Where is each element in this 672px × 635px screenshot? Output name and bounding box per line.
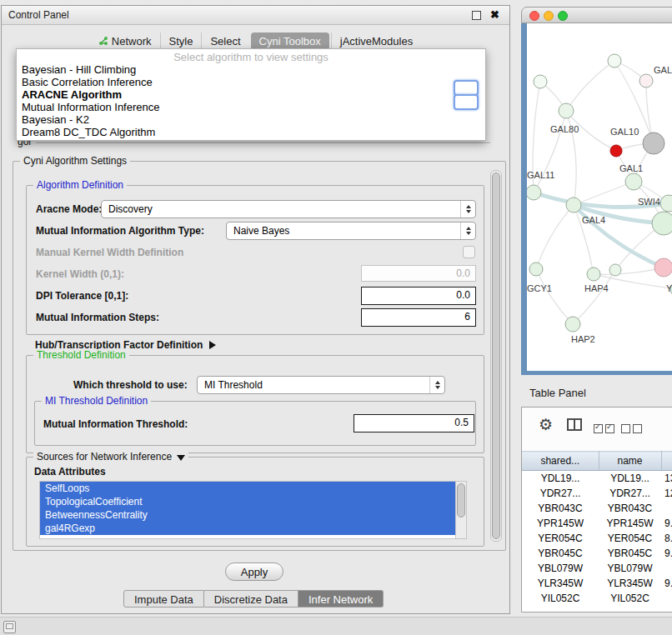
table-row[interactable]: YBL079WYBL079W xyxy=(522,561,672,576)
column-chooser-icon[interactable] xyxy=(567,418,582,431)
minimize-traffic-light-icon[interactable] xyxy=(544,11,554,21)
column-header-shared-name[interactable]: shared... xyxy=(522,452,599,471)
network-node[interactable] xyxy=(654,258,672,277)
tab-jactivemodules[interactable]: jActiveModules xyxy=(331,32,421,50)
control-panel-titlebar[interactable]: Control Panel ✖ xyxy=(2,6,509,25)
obscured-group-border-fragment xyxy=(36,142,490,143)
application-window: Control Panel ✖ Network Style Select Cyn… xyxy=(0,0,672,635)
column-header-clipped[interactable] xyxy=(661,452,672,471)
control-panel: Control Panel ✖ Network Style Select Cyn… xyxy=(1,5,510,614)
aracne-mode-select[interactable]: Discovery xyxy=(101,200,476,218)
table-row[interactable]: YDR27...YDR27...12 xyxy=(522,486,672,501)
kernel-width-field[interactable]: 0.0 xyxy=(361,265,476,282)
tab-label: Select xyxy=(210,35,240,48)
tab-impute-data[interactable]: Impute Data xyxy=(123,590,204,608)
tab-select[interactable]: Select xyxy=(201,32,248,50)
network-edge[interactable] xyxy=(594,268,664,274)
tab-style[interactable]: Style xyxy=(160,32,202,50)
network-node[interactable] xyxy=(527,185,541,200)
mi-threshold-field[interactable]: 0.5 xyxy=(354,414,474,432)
manual-kernel-checkbox[interactable] xyxy=(463,246,475,258)
tab-cyni-toolbox[interactable]: Cyni Toolbox xyxy=(251,32,329,50)
network-node[interactable] xyxy=(643,132,664,154)
dropdown-item[interactable]: Mutual Information Inference xyxy=(17,101,485,113)
network-edge[interactable] xyxy=(534,111,566,192)
network-node[interactable] xyxy=(610,145,622,157)
dpi-tolerance-field[interactable]: 0.0 xyxy=(361,287,476,305)
table-panel: ⚙ shared... name YDL19...YDL19...13YDR27… xyxy=(521,407,672,612)
network-node-label: GAL10 xyxy=(610,127,639,137)
table-cell: YDR27... xyxy=(522,486,599,501)
dropdown-item[interactable]: Dream8 DC_TDC Algorithm xyxy=(17,126,485,138)
network-node-label: SWI4 xyxy=(638,197,660,207)
scrollbar-thumb[interactable] xyxy=(457,483,465,518)
table-cell xyxy=(661,501,672,516)
network-edge[interactable] xyxy=(536,269,573,324)
network-edge[interactable] xyxy=(574,182,634,205)
table-body: YDL19...YDL19...13YDR27...YDR27...12YBR0… xyxy=(522,471,672,607)
network-node[interactable] xyxy=(639,74,653,88)
attribute-item-selected[interactable]: gal4RGexp xyxy=(40,522,456,535)
cyni-algorithm-settings-group: Cyni Algorithm Settings Algorithm Defini… xyxy=(13,161,506,551)
dropdown-item[interactable]: Bayesian - K2 xyxy=(17,113,485,126)
table-row[interactable]: YBR043CYBR043C xyxy=(522,501,672,516)
scrollbar-thumb[interactable] xyxy=(492,172,500,539)
table-header-row: shared... name xyxy=(522,452,672,471)
mi-steps-field[interactable]: 6 xyxy=(361,308,476,327)
tab-discretize-data[interactable]: Discretize Data xyxy=(204,590,298,608)
select-all-icon[interactable] xyxy=(594,422,617,437)
network-node[interactable] xyxy=(534,75,547,88)
apply-button[interactable]: Apply xyxy=(225,562,283,581)
gear-icon[interactable]: ⚙ xyxy=(539,415,553,434)
tab-label: jActiveModules xyxy=(340,35,413,48)
close-icon[interactable]: ✖ xyxy=(490,6,499,24)
attribute-item-selected[interactable]: TopologicalCoefficient xyxy=(40,495,456,508)
close-traffic-light-icon[interactable] xyxy=(529,11,539,21)
which-threshold-select[interactable]: MI Threshold xyxy=(197,376,445,394)
hub-definition-toggle[interactable]: Hub/Transcription Factor Definition xyxy=(35,337,216,350)
table-row[interactable]: YBR045CYBR045C9. xyxy=(522,546,672,561)
table-row[interactable]: YIL052CYIL052C xyxy=(522,591,672,606)
dropdown-item-selected[interactable]: ARACNE Algorithm xyxy=(17,88,485,101)
mi-type-select[interactable]: Naive Bayes xyxy=(226,222,476,240)
network-node[interactable] xyxy=(559,103,574,118)
zoom-traffic-light-icon[interactable] xyxy=(558,11,568,21)
network-node[interactable] xyxy=(652,212,672,235)
network-node[interactable] xyxy=(566,198,581,212)
attribute-item-selected[interactable]: BetweennessCentrality xyxy=(40,508,456,522)
obscured-combo-stepper[interactable] xyxy=(454,80,479,108)
collapsed-arrow-icon xyxy=(209,341,216,349)
dropdown-item[interactable]: Basic Correlation Inference xyxy=(17,76,485,88)
table-cell: YIL052C xyxy=(599,591,661,606)
settings-scrollbar[interactable] xyxy=(490,170,502,542)
table-row[interactable]: YLR345WYLR345W9. xyxy=(522,576,672,591)
data-attributes-list: SelfLoops TopologicalCoefficient Between… xyxy=(39,481,467,539)
network-node[interactable] xyxy=(609,264,621,276)
network-node[interactable] xyxy=(587,268,600,281)
tab-infer-network[interactable]: Infer Network xyxy=(298,590,384,608)
network-node[interactable] xyxy=(529,262,543,276)
network-node[interactable] xyxy=(565,317,580,332)
panel-dock-icon[interactable] xyxy=(3,621,16,633)
list-scrollbar[interactable] xyxy=(455,482,466,538)
table-cell: YBR045C xyxy=(599,546,661,561)
sources-group-title[interactable]: Sources for Network Inference xyxy=(33,451,188,462)
network-edge[interactable] xyxy=(536,205,574,269)
table-row[interactable]: YDL19...YDL19...13 xyxy=(522,471,672,487)
network-window-titlebar[interactable] xyxy=(521,7,672,23)
float-window-icon[interactable] xyxy=(472,11,481,20)
network-canvas[interactable]: GAL7GAL80GAL10GAL1GAL11SWI4GAL4GCY1HAP4H… xyxy=(527,23,672,371)
table-row[interactable]: YER054CYER054C8. xyxy=(522,531,672,546)
network-node[interactable] xyxy=(608,54,621,68)
network-node[interactable] xyxy=(625,173,642,190)
tab-network[interactable]: Network xyxy=(90,32,160,50)
table-cell: YPR145W xyxy=(599,516,661,531)
table-row[interactable]: YPR145WYPR145W9. xyxy=(522,516,672,531)
attribute-item-selected[interactable]: SelfLoops xyxy=(40,482,456,495)
column-header-name[interactable]: name xyxy=(599,452,661,471)
which-threshold-label: Which threshold to use: xyxy=(73,379,188,391)
tab-label: Network xyxy=(112,35,152,48)
deselect-all-icon[interactable] xyxy=(621,422,644,437)
network-edge[interactable] xyxy=(566,61,614,111)
dropdown-item[interactable]: Bayesian - Hill Climbing xyxy=(17,63,485,76)
